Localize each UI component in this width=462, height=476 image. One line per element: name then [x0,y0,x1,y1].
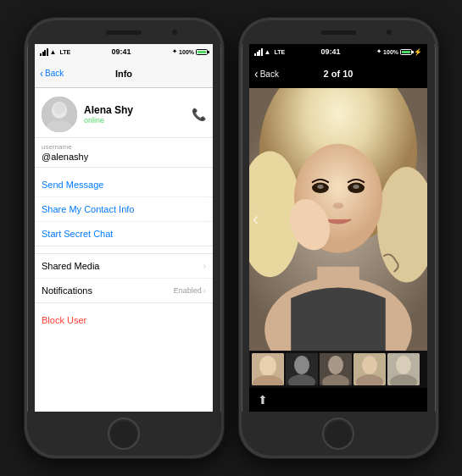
battery-icon-1 [196,49,208,55]
thumbnail-5[interactable] [387,353,420,385]
screen-2: ▲ LTE 09:41 ✦ 100% ⚡ ‹ Back 2 of 10 [249,44,427,412]
bluetooth-icon-2: ✦ [376,48,381,55]
portrait-svg [249,88,427,351]
nav-bar-2: ‹ Back 2 of 10 [249,59,427,88]
svg-point-30 [396,356,411,374]
phone-top-bar-2 [242,20,436,44]
username-section: username @alenashy [35,138,213,168]
notifications-value: Enabled [174,286,202,295]
svg-point-15 [333,202,343,208]
back-button-1[interactable]: ‹ Back [40,68,64,80]
nav-bar-1: ‹ Back Info [35,59,213,88]
front-camera-1 [172,30,177,35]
username-label: username [42,143,206,151]
phone-2: ▲ LTE 09:41 ✦ 100% ⚡ ‹ Back 2 of 10 [239,18,438,458]
thumb-svg-3 [320,353,352,385]
thumb-svg-4 [353,353,386,385]
notifications-row[interactable]: Notifications Enabled › [35,279,213,302]
send-message-link[interactable]: Send Message [35,173,213,197]
shared-media-label: Shared Media [42,261,203,271]
share-button[interactable]: ⬆ [258,393,268,407]
thumbnail-2[interactable] [286,353,318,385]
charge-icon-2: ⚡ [414,48,422,56]
share-contact-label: Share My Contact Info [42,204,134,214]
avatar-1 [42,97,77,132]
status-right-2: ✦ 100% ⚡ [376,48,422,56]
thumb-svg-2 [286,353,318,385]
nav-title-2: 2 of 10 [324,69,353,79]
screen-1: ▲ LTE 09:41 ✦ 100% ‹ Back Info [35,44,213,412]
photo-main[interactable]: ‹ [249,88,427,351]
wifi-icon-2: ▲ [264,48,271,56]
clock-2: 09:41 [321,47,341,56]
home-button-1[interactable] [108,418,140,450]
svg-point-3 [53,102,65,114]
avatar-inner-1 [42,97,77,132]
svg-point-14 [353,185,359,189]
username-value: @alenashy [42,152,206,162]
thumbnail-4[interactable] [353,353,386,385]
thumbnail-1[interactable] [252,353,284,385]
phone-bottom-1 [27,412,221,456]
battery-fill-2 [402,51,410,53]
status-left-2: ▲ LTE [254,48,285,56]
wifi-icon: ▲ [50,48,57,56]
profile-section: Alena Shy online 📞 [35,88,213,138]
chevron-left-icon-2: ‹ [254,67,259,80]
home-button-2[interactable] [322,418,354,450]
signal-bar-3 [44,50,46,56]
share-contact-link[interactable]: Share My Contact Info [35,197,213,222]
settings-section: Shared Media › Notifications Enabled › [35,253,213,303]
phone-call-icon[interactable]: 📞 [192,108,206,121]
signal-bars-1 [40,48,48,56]
status-bar-2: ▲ LTE 09:41 ✦ 100% ⚡ [249,44,427,59]
battery-icon-2 [400,49,412,55]
thumbnail-3[interactable] [320,353,352,385]
block-section: Block User [35,303,213,335]
clock-1: 09:41 [112,47,131,56]
back-button-2[interactable]: ‹ Back [254,67,279,80]
secret-chat-link[interactable]: Start Secret Chat [35,222,213,246]
carrier-label-2: LTE [274,49,285,55]
chevron-left-icon-1: ‹ [40,68,43,80]
signal-bar-2-3 [259,50,260,56]
phone-bottom-2 [242,412,436,456]
back-label-1: Back [45,69,64,78]
svg-point-18 [259,356,276,376]
notifications-label: Notifications [42,285,174,296]
svg-point-27 [362,356,377,374]
signal-bar-2-4 [261,48,263,56]
thumbnail-strip [249,351,427,388]
bottom-toolbar: ⬆ [249,388,427,412]
thumb-svg-5 [387,353,420,385]
speaker-1 [106,30,142,35]
chevron-right-icon-shared: › [203,262,206,271]
shared-media-row[interactable]: Shared Media › [35,254,213,279]
status-left-1: ▲ LTE [40,48,70,56]
battery-fill-1 [198,51,206,53]
svg-point-13 [317,185,323,189]
svg-point-24 [328,356,343,374]
profile-info: Alena Shy online [84,104,192,125]
action-links: Send Message Share My Contact Info Start… [35,173,213,246]
profile-status: online [84,116,192,125]
send-message-label: Send Message [42,180,103,190]
back-label-2: Back [260,69,279,79]
avatar-svg [42,97,77,132]
nav-title-1: Info [115,69,132,79]
carrier-label: LTE [59,49,70,55]
status-bar-1: ▲ LTE 09:41 ✦ 100% [35,44,213,59]
signal-bar-4 [47,48,48,56]
phone-1: ▲ LTE 09:41 ✦ 100% ‹ Back Info [25,18,224,458]
battery-percent-1: 100% [179,49,194,55]
photo-image: ‹ [249,88,427,351]
speaker-2 [320,30,356,35]
secret-chat-label: Start Secret Chat [42,229,113,239]
profile-name: Alena Shy [84,104,192,116]
signal-bar-1 [40,53,42,56]
chevron-right-icon-notif: › [203,286,206,296]
block-user-button[interactable]: Block User [42,315,86,325]
signal-bar-2-1 [254,53,256,56]
battery-tip-2 [412,51,414,53]
photo-prev-arrow[interactable]: ‹ [253,208,259,230]
